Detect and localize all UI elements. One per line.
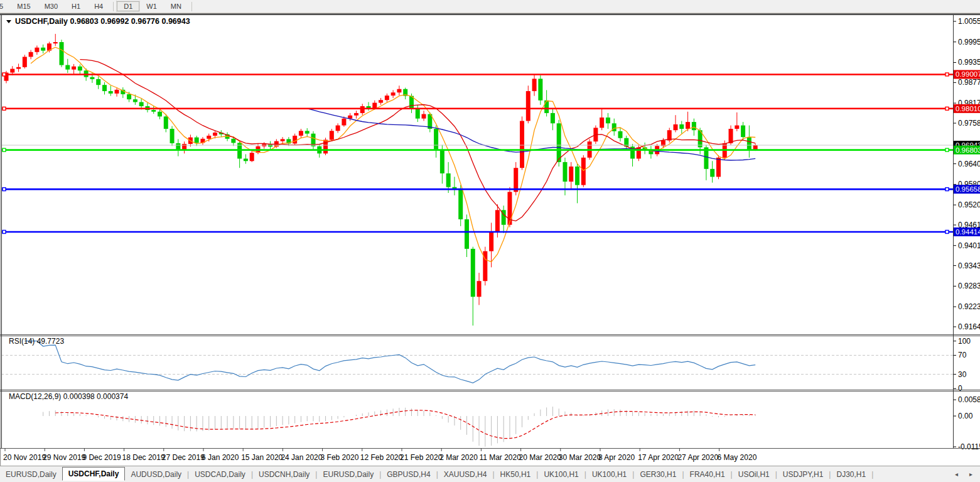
candle-down <box>65 65 70 70</box>
chart-tab-usdcnh-daily[interactable]: USDCNH,Daily <box>253 468 315 481</box>
candle-down <box>741 126 745 138</box>
timeframe-button-H1[interactable]: H1 <box>65 1 87 11</box>
candle-down <box>458 189 463 219</box>
resistance-line-handle[interactable] <box>945 73 949 76</box>
candle-up <box>385 96 389 100</box>
chart-tab-audusd-daily[interactable]: AUDUSD,Daily <box>125 468 187 481</box>
tab-scroll-right-icon[interactable]: ▸ <box>969 471 972 478</box>
resistance-line-handle[interactable] <box>945 107 949 110</box>
candle-down <box>563 162 567 182</box>
candle-down <box>747 137 751 150</box>
date-axis-label: 21 Feb 2020 <box>400 453 443 462</box>
candle-up <box>477 281 482 297</box>
support-line-handle[interactable] <box>945 230 949 233</box>
candle-down <box>692 122 696 130</box>
chart-tab-xauusd-h4[interactable]: XAUUSD,H4 <box>438 468 493 481</box>
macd-axis-label: 0.005818 <box>958 395 980 404</box>
chart-tab-usdcad-daily[interactable]: USDCAD,Daily <box>189 468 251 481</box>
toolbar-separator <box>191 2 192 11</box>
price-axis-label: 0.98770 <box>958 78 980 87</box>
date-axis-label: 27 Apr 2020 <box>677 453 718 462</box>
date-axis-label: 12 Feb 2020 <box>360 453 403 462</box>
chart-tab-usdjpy-h1[interactable]: USDJPY,H1 <box>777 468 829 481</box>
candle-down <box>440 150 444 173</box>
chart-tab-gbpusd-h4[interactable]: GBPUSD,H4 <box>381 468 436 481</box>
candle-up <box>581 158 586 185</box>
timeframe-button-W1[interactable]: W1 <box>139 1 164 11</box>
support-line-badge-label: 0.94414 <box>956 228 980 236</box>
candle-down <box>158 112 162 117</box>
macd-axis-label: -0.011514 <box>958 442 980 451</box>
rsi-label: RSI(14) 49.7723 <box>9 337 64 346</box>
window-frame-left <box>0 15 1 466</box>
chart-tab-eurusd-daily[interactable]: EURUSD,Daily <box>317 468 379 481</box>
resistance-line-handle[interactable] <box>3 107 6 110</box>
candle-down <box>416 109 420 118</box>
price-chart-canvas[interactable]: USDCHF,Daily 0.96803 0.96992 0.96776 0.9… <box>0 13 980 466</box>
candle-up <box>348 116 352 119</box>
macd-axis-label: 0.00 <box>958 412 973 420</box>
price-axis-label: 0.92230 <box>958 302 980 311</box>
timeframe-button-M15[interactable]: M15 <box>10 1 37 11</box>
candle-up <box>207 136 211 139</box>
candle-down <box>538 79 542 100</box>
price-axis-label: 0.94015 <box>958 241 980 250</box>
date-axis-label: 24 Jan 2020 <box>281 453 322 462</box>
bid-line-handle[interactable] <box>945 148 949 151</box>
chart-tab-dj30-h1[interactable]: DJ30,H1 <box>831 468 871 481</box>
timeframe-button-MN[interactable]: MN <box>164 1 188 11</box>
candle-up <box>600 118 604 128</box>
date-axis-label: 17 Apr 2020 <box>638 453 679 462</box>
candle-down <box>127 94 131 99</box>
date-axis-label: 18 Dec 2019 <box>122 453 165 462</box>
chart-tab-hk50-h1[interactable]: HK50,H1 <box>495 468 537 481</box>
candle-down <box>679 124 684 129</box>
date-axis-label: 27 Dec 2019 <box>162 453 205 462</box>
tab-separator: | <box>871 470 873 479</box>
candle-up <box>16 67 21 69</box>
support-line-handle[interactable] <box>945 188 949 191</box>
candle-up <box>115 90 119 94</box>
date-axis-label: 9 Dec 2019 <box>82 453 121 462</box>
chart-tab-uk100-h1[interactable]: UK100,H1 <box>586 468 632 481</box>
candle-up <box>379 100 383 102</box>
timeframe-button-M30[interactable]: M30 <box>38 1 65 11</box>
chart-window[interactable]: USDCHF,Daily 0.96803 0.96992 0.96776 0.9… <box>0 13 980 466</box>
timeframe-button-D1[interactable]: D1 <box>117 1 139 11</box>
candle-down <box>575 167 579 185</box>
support-line-badge-label: 0.95658 <box>956 185 980 193</box>
chart-tab-uk100-h1[interactable]: UK100,H1 <box>538 468 584 481</box>
price-axis-label: 0.92830 <box>958 282 980 290</box>
candle-down <box>452 187 456 189</box>
chart-title: USDCHF,Daily 0.96803 0.96992 0.96776 0.9… <box>6 17 190 26</box>
price-axis-label: 0.93430 <box>958 261 980 270</box>
support-line-handle[interactable] <box>3 230 6 233</box>
date-axis-label: 2 Mar 2020 <box>439 453 478 462</box>
chart-tab-fra40-h1[interactable]: FRA40,H1 <box>684 468 731 481</box>
tab-scroll-left-icon[interactable]: ◂ <box>955 471 958 478</box>
price-axis-label: 0.99355 <box>958 58 980 67</box>
date-axis-label: 6 Jan 2020 <box>202 453 239 462</box>
timeframe-button-H4[interactable]: H4 <box>87 1 110 11</box>
candle-down <box>434 129 438 150</box>
chart-tab-bar: EURUSD,DailyUSDCHF,DailyAUDUSD,Daily|USD… <box>0 466 980 482</box>
candle-up <box>10 69 14 73</box>
candle-up <box>735 126 739 129</box>
candle-down <box>551 113 555 123</box>
candle-up <box>532 79 537 91</box>
support-line-handle[interactable] <box>3 188 6 191</box>
chart-tab-ger30-h1[interactable]: GER30,H1 <box>634 468 682 481</box>
resistance-line-handle[interactable] <box>3 73 6 76</box>
date-axis-label: 30 Mar 2020 <box>559 453 601 462</box>
candle-up <box>686 122 690 129</box>
candle-down <box>231 139 235 143</box>
chart-tab-usdchf-daily[interactable]: USDCHF,Daily <box>62 467 126 481</box>
candle-down <box>544 101 549 113</box>
chart-tab-eurusd-daily[interactable]: EURUSD,Daily <box>0 468 62 481</box>
candle-down <box>151 110 156 112</box>
candle-up <box>716 158 721 177</box>
timeframe-button-15[interactable]: 15 <box>0 1 10 11</box>
candle-up <box>489 232 493 251</box>
bid-line-handle[interactable] <box>3 148 6 151</box>
chart-tab-usoil-h1[interactable]: USOil,H1 <box>733 468 775 481</box>
